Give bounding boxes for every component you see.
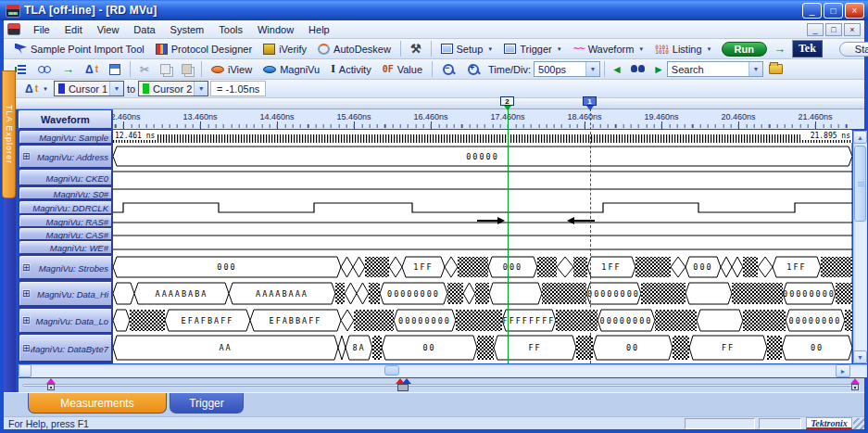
- horizontal-scrollbar[interactable]: ►: [19, 364, 867, 377]
- listing-dropdown-button[interactable]: 0101 1010 Listing ▼: [649, 42, 717, 57]
- cursor-1-handle[interactable]: 1: [583, 96, 597, 106]
- goto-button[interactable]: →: [57, 60, 80, 78]
- trigger-position-marker[interactable]: [398, 378, 409, 391]
- trigger-handle: [397, 384, 409, 391]
- status-button[interactable]: Status: [839, 42, 868, 57]
- menu-item-data[interactable]: Data: [126, 22, 162, 37]
- expand-icon[interactable]: ⊞: [22, 152, 31, 161]
- menu-item-system[interactable]: System: [163, 22, 212, 37]
- tla-explorer-tab[interactable]: TLA Explorer: [2, 70, 16, 198]
- delta-time-button[interactable]: Δt ▼: [19, 81, 54, 97]
- marker-overview-bar[interactable]: [19, 378, 864, 392]
- expand-icon[interactable]: ⊞: [22, 316, 31, 325]
- vertical-scrollbar-thumb[interactable]: [854, 146, 866, 222]
- scroll-up-button[interactable]: ▲: [853, 131, 867, 144]
- signal-label-cke0[interactable]: MagniVu: CKE0: [19, 170, 112, 185]
- signal-label-cas[interactable]: MagniVu: CAS#: [19, 228, 112, 240]
- signal-label-ddrclk[interactable]: MagniVu: DDRCLK: [19, 201, 112, 214]
- mdi-restore-button[interactable]: □: [825, 23, 842, 36]
- paste-button[interactable]: [176, 62, 197, 76]
- scroll-left-button[interactable]: [19, 364, 31, 377]
- resize-grip[interactable]: [853, 418, 864, 429]
- signal-label-address[interactable]: ⊞MagniVu: Address: [19, 146, 112, 168]
- iverify-button[interactable]: iVerify: [258, 42, 312, 57]
- expand-icon[interactable]: ⊞: [22, 344, 31, 353]
- cursor1-select[interactable]: Cursor 1 ▼: [54, 81, 124, 96]
- menu-item-edit[interactable]: Edit: [57, 22, 90, 37]
- waveform-display-area[interactable]: 12.461 ns21.895 ns000000001FF0001FF0001F…: [113, 130, 852, 363]
- find-button[interactable]: [625, 63, 650, 75]
- chevron-down-icon[interactable]: ▼: [109, 82, 123, 96]
- zoom-out-button[interactable]: −: [436, 61, 461, 78]
- setup-dropdown-button[interactable]: Setup ▼: [435, 42, 499, 57]
- data-begin-marker[interactable]: [46, 378, 57, 391]
- menu-item-file[interactable]: File: [26, 22, 57, 37]
- magnivu-button[interactable]: MagniVu: [258, 62, 325, 77]
- signal-label-data_lo[interactable]: ⊞MagniVu: Data_Lo: [19, 309, 112, 333]
- goto-icon: →: [62, 62, 74, 76]
- ruler-tick-label: 18.460ns: [567, 112, 601, 121]
- search-previous-button[interactable]: ◄: [609, 63, 625, 76]
- tab-measurements[interactable]: Measurements: [28, 393, 167, 414]
- menu-item-window[interactable]: Window: [250, 22, 301, 37]
- chevron-down-icon[interactable]: ▼: [194, 82, 208, 96]
- iview-button[interactable]: iView: [206, 62, 258, 77]
- waveform-column-header[interactable]: Waveform: [19, 110, 112, 129]
- add-delta-measurement-button[interactable]: Δt: [80, 61, 104, 78]
- close-button[interactable]: ×: [845, 3, 864, 19]
- signal-label-ras[interactable]: MagniVu: RAS#: [19, 215, 112, 227]
- signal-label-strobes[interactable]: ⊞MagniVu: Strobes: [19, 256, 112, 279]
- mdi-minimize-button[interactable]: _: [807, 23, 824, 36]
- chevron-down-icon[interactable]: ▼: [585, 62, 599, 76]
- run-button[interactable]: Run: [722, 42, 767, 57]
- to-label: to: [127, 83, 135, 95]
- scroll-down-button[interactable]: ▼: [853, 350, 867, 363]
- cursor2-select[interactable]: Cursor 2 ▼: [138, 81, 208, 96]
- signal-label-s0[interactable]: MagniVu: S0#: [19, 187, 112, 199]
- cursor-2-handle[interactable]: 2: [500, 96, 514, 106]
- minimize-button[interactable]: _: [802, 3, 822, 19]
- maximize-button[interactable]: □: [824, 3, 843, 19]
- svg-text:AA: AA: [219, 343, 232, 352]
- scroll-right-button[interactable]: ►: [836, 364, 850, 377]
- properties-button[interactable]: [104, 62, 126, 77]
- menu-item-view[interactable]: View: [90, 22, 127, 37]
- value-button[interactable]: 0F Value: [377, 62, 428, 77]
- expand-icon[interactable]: ⊞: [22, 289, 31, 299]
- tab-trigger[interactable]: Trigger: [170, 393, 244, 414]
- svg-text:00000000: 00000000: [587, 289, 640, 299]
- tools-hammer-button[interactable]: ⚒: [405, 40, 427, 57]
- autodeskew-button[interactable]: AutoDeskew: [312, 42, 396, 57]
- menu-item-help[interactable]: Help: [301, 22, 337, 37]
- cursor-1-line[interactable]: [590, 104, 591, 363]
- timediv-select[interactable]: 500ps ▼: [534, 61, 600, 77]
- expand-icon[interactable]: ⊞: [22, 263, 31, 273]
- trigger-dropdown-button[interactable]: Trigger ▼: [498, 42, 567, 57]
- signal-label-sample[interactable]: MagniVu: Sample: [19, 131, 112, 144]
- signal-label-databyte7[interactable]: ⊞MagniVu: DataByte7: [19, 335, 112, 362]
- search-select[interactable]: Search ▼: [667, 61, 763, 77]
- activity-button[interactable]: Ι Activity: [325, 60, 377, 78]
- mdi-close-button[interactable]: ×: [844, 23, 861, 36]
- add-data-source-button[interactable]: [32, 63, 57, 76]
- cut-button[interactable]: ✂: [134, 61, 155, 78]
- signal-label-we[interactable]: MagniVu: WE#: [19, 241, 112, 254]
- sample-point-import-tool-button[interactable]: Sample Point Import Tool: [9, 42, 150, 57]
- time-ruler-fill: [852, 109, 864, 130]
- search-definition-button[interactable]: [763, 62, 788, 76]
- horizontal-scrollbar-thumb[interactable]: [384, 365, 399, 376]
- copy-button[interactable]: [155, 62, 176, 76]
- waveform-dropdown-button[interactable]: ~~ Waveform ▼: [568, 41, 650, 57]
- protocol-designer-button[interactable]: Protocol Designer: [150, 42, 258, 57]
- vertical-scrollbar[interactable]: ▲ ▼: [853, 131, 867, 363]
- cursor-2-line[interactable]: [508, 104, 509, 363]
- waveform-icon: ~~: [573, 43, 585, 56]
- signal-label-data_hi[interactable]: ⊞MagniVu: Data_Hi: [19, 282, 112, 306]
- time-ruler[interactable]: 12.460ns13.460ns14.460ns15.460ns16.460ns…: [113, 109, 852, 130]
- zoom-in-button[interactable]: +: [461, 61, 486, 78]
- search-next-button[interactable]: ►: [650, 63, 667, 76]
- menu-item-tools[interactable]: Tools: [211, 22, 250, 37]
- cursor-marker-strip[interactable]: [16, 98, 864, 109]
- chevron-down-icon[interactable]: ▼: [748, 62, 762, 76]
- mdi-child-icon[interactable]: [7, 23, 20, 35]
